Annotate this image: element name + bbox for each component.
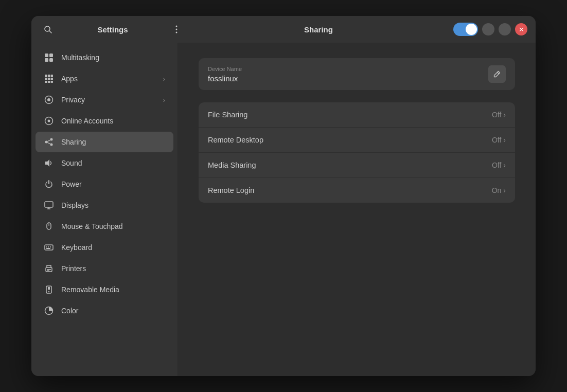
sidebar-item-label: Mouse & Touchpad (61, 222, 165, 230)
svg-line-25 (47, 140, 50, 141)
remote-desktop-row[interactable]: Remote Desktop Off › (199, 128, 515, 153)
sidebar-item-label: Sound (61, 159, 165, 167)
svg-rect-35 (48, 246, 49, 247)
mouse-icon (44, 221, 54, 231)
sidebar-item-label: Removable Media (61, 286, 165, 294)
media-sharing-status: Off › (492, 161, 506, 169)
menu-button[interactable] (169, 22, 184, 37)
titlebar: Settings Sharing ✕ (31, 16, 536, 43)
svg-line-26 (47, 142, 50, 144)
sidebar-item-removable-media[interactable]: Removable Media (36, 279, 173, 300)
svg-rect-36 (50, 246, 51, 247)
svg-point-24 (50, 144, 53, 146)
remote-login-status-text: On (492, 186, 502, 194)
privacy-icon (44, 95, 54, 105)
keyboard-icon (44, 242, 54, 253)
media-sharing-status-text: Off (492, 161, 501, 169)
sidebar-item-label: Printers (61, 264, 165, 273)
sidebar-item-power[interactable]: Power (36, 174, 173, 194)
svg-rect-17 (51, 81, 53, 83)
svg-rect-33 (45, 245, 53, 250)
sidebar-item-label: Privacy (61, 96, 156, 104)
sidebar-item-mouse-touchpad[interactable]: Mouse & Touchpad (36, 216, 173, 237)
remote-login-status: On › (492, 186, 506, 194)
main-panel: Device Name fosslinux File Sharing Off (178, 43, 536, 376)
svg-point-43 (48, 291, 49, 292)
arrow-icon: › (163, 96, 165, 104)
file-sharing-row[interactable]: File Sharing Off › (199, 102, 515, 128)
svg-rect-12 (45, 78, 47, 80)
sidebar-item-label: Sharing (61, 138, 165, 146)
file-sharing-arrow: › (503, 111, 506, 119)
sidebar-item-multitasking[interactable]: Multitasking (36, 47, 173, 68)
online-accounts-icon (44, 116, 54, 126)
device-name-label: Device Name (208, 66, 242, 72)
remote-login-row[interactable]: Remote Login On › (199, 178, 515, 203)
svg-rect-28 (45, 202, 53, 207)
maximize-button[interactable] (499, 23, 511, 35)
sidebar-item-label: Keyboard (61, 243, 165, 252)
remote-desktop-status: Off › (492, 136, 506, 144)
svg-point-21 (48, 120, 50, 122)
svg-rect-6 (49, 54, 53, 57)
remote-login-label: Remote Login (208, 186, 492, 194)
file-sharing-status: Off › (492, 111, 506, 119)
sharing-options-card: File Sharing Off › Remote Desktop Off › … (199, 102, 515, 203)
sidebar-item-label: Online Accounts (61, 117, 165, 125)
svg-point-23 (45, 141, 48, 144)
svg-marker-27 (45, 159, 49, 167)
svg-rect-10 (48, 75, 50, 77)
sidebar-item-label: Multitasking (61, 54, 165, 62)
svg-point-19 (47, 98, 50, 101)
sidebar-item-label: Displays (61, 201, 165, 209)
sidebar-item-displays[interactable]: Displays (36, 195, 173, 216)
svg-rect-8 (49, 58, 53, 62)
remote-desktop-label: Remote Desktop (208, 136, 492, 144)
sidebar-item-privacy[interactable]: Privacy › (36, 90, 173, 110)
sidebar: Multitasking Apps (31, 43, 178, 376)
close-button[interactable]: ✕ (515, 23, 527, 35)
settings-window: Settings Sharing ✕ (31, 16, 536, 376)
svg-rect-42 (48, 287, 50, 290)
remote-login-arrow: › (503, 186, 506, 194)
sidebar-item-keyboard[interactable]: Keyboard (36, 237, 173, 258)
minimize-button[interactable] (482, 23, 494, 35)
sharing-icon (44, 137, 54, 147)
svg-rect-16 (48, 81, 50, 83)
sidebar-item-printers[interactable]: Printers (36, 258, 173, 279)
sidebar-item-label: Color (61, 307, 165, 315)
svg-rect-37 (46, 248, 50, 249)
media-sharing-arrow: › (503, 161, 506, 169)
sidebar-item-color[interactable]: Color (36, 300, 173, 321)
sidebar-item-apps[interactable]: Apps › (36, 68, 173, 89)
titlebar-controls: ✕ (453, 23, 527, 36)
power-icon (44, 179, 54, 189)
file-sharing-status-text: Off (492, 111, 501, 119)
multitasking-icon (44, 52, 54, 63)
device-name-value: fosslinux (208, 74, 242, 83)
file-sharing-label: File Sharing (208, 111, 492, 119)
svg-rect-34 (46, 246, 47, 247)
svg-rect-5 (45, 54, 48, 57)
remote-desktop-arrow: › (503, 136, 506, 144)
sidebar-item-sharing[interactable]: Sharing (36, 132, 173, 152)
media-sharing-row[interactable]: Media Sharing Off › (199, 153, 515, 178)
removable-media-icon (44, 284, 54, 295)
svg-rect-40 (47, 271, 49, 272)
sound-icon (44, 158, 54, 168)
printers-icon (44, 263, 54, 274)
content-area: Multitasking Apps (31, 43, 536, 376)
sharing-toggle[interactable] (453, 23, 478, 36)
svg-rect-14 (51, 78, 53, 80)
svg-rect-15 (45, 81, 47, 83)
sidebar-item-online-accounts[interactable]: Online Accounts (36, 111, 173, 131)
toggle-knob (466, 24, 477, 35)
svg-rect-11 (51, 75, 53, 77)
sidebar-item-sound[interactable]: Sound (36, 153, 173, 173)
svg-rect-9 (45, 75, 47, 77)
edit-device-name-button[interactable] (488, 65, 506, 83)
search-button[interactable] (40, 21, 56, 38)
device-name-card: Device Name fosslinux (199, 58, 515, 90)
svg-point-4 (176, 32, 178, 33)
svg-point-3 (176, 29, 178, 30)
